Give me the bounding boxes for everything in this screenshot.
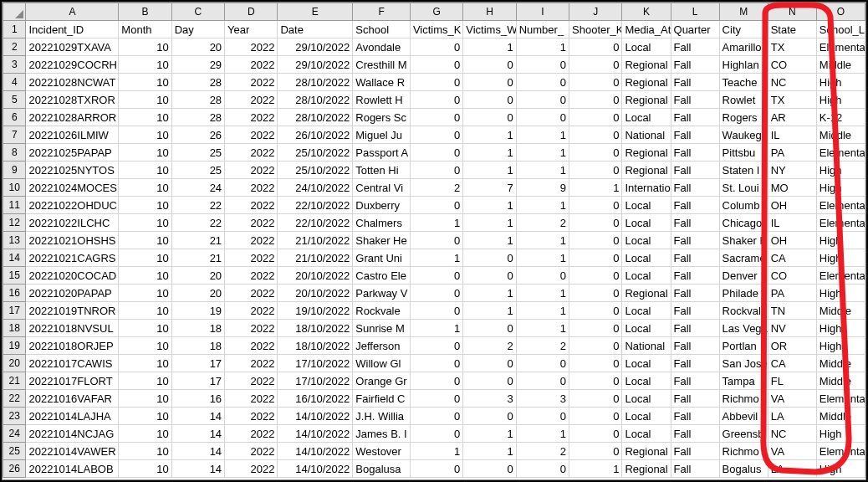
cell-D16[interactable]: 2022 <box>225 285 278 302</box>
cell-D18[interactable]: 2022 <box>225 320 278 337</box>
cell-E7[interactable]: 26/10/2022 <box>278 126 353 144</box>
cell-C20[interactable]: 17 <box>171 355 224 372</box>
cell-K2[interactable]: Local <box>622 38 671 56</box>
cell-O15[interactable]: Elementa <box>816 267 865 285</box>
cell-I12[interactable]: 2 <box>516 214 569 232</box>
cell-K19[interactable]: National <box>622 337 671 355</box>
cell-H11[interactable]: 1 <box>463 197 516 214</box>
cell-O7[interactable]: Middle <box>816 126 865 144</box>
cell-G20[interactable]: 0 <box>410 355 462 372</box>
cell-O2[interactable]: Elementa <box>816 38 865 56</box>
cell-B3[interactable]: 10 <box>119 56 171 74</box>
column-header-F[interactable]: F <box>353 3 411 21</box>
cell-C26[interactable]: 14 <box>171 460 224 478</box>
cell-D4[interactable]: 2022 <box>225 74 278 91</box>
cell-E8[interactable]: 25/10/2022 <box>278 144 353 162</box>
cell-A6[interactable]: 20221028ARROR <box>26 109 119 126</box>
cell-J22[interactable]: 0 <box>569 390 622 408</box>
cell-K16[interactable]: Regional <box>622 285 671 302</box>
column-header-K[interactable]: K <box>622 3 671 21</box>
cell-O4[interactable]: High <box>816 74 865 91</box>
cell-H26[interactable]: 0 <box>463 460 516 478</box>
cell-I9[interactable]: 1 <box>516 162 569 179</box>
cell-F17[interactable]: Rockvale <box>353 302 411 320</box>
cell-B15[interactable]: 10 <box>119 267 171 285</box>
cell-E9[interactable]: 25/10/2022 <box>278 162 353 179</box>
cell-G1[interactable]: Victims_K <box>410 21 462 38</box>
cell-C14[interactable]: 21 <box>171 249 224 267</box>
cell-L24[interactable]: Fall <box>671 425 719 443</box>
cell-N3[interactable]: CO <box>768 56 816 74</box>
cell-N20[interactable]: CA <box>768 355 816 372</box>
cell-C1[interactable]: Day <box>171 21 224 38</box>
cell-J4[interactable]: 0 <box>569 74 622 91</box>
cell-D17[interactable]: 2022 <box>225 302 278 320</box>
cell-C6[interactable]: 28 <box>171 109 224 126</box>
cell-D9[interactable]: 2022 <box>225 162 278 179</box>
cell-L4[interactable]: Fall <box>671 74 719 91</box>
cell-J8[interactable]: 0 <box>569 144 622 162</box>
cell-L20[interactable]: Fall <box>671 355 719 372</box>
cell-G13[interactable]: 0 <box>410 232 462 249</box>
cell-D7[interactable]: 2022 <box>225 126 278 144</box>
cell-J24[interactable]: 0 <box>569 425 622 443</box>
cell-M23[interactable]: Abbevil <box>719 408 768 425</box>
cell-L14[interactable]: Fall <box>671 249 719 267</box>
cell-I5[interactable]: 0 <box>516 91 569 109</box>
cell-F26[interactable]: Bogalusa <box>353 460 411 478</box>
cell-B24[interactable]: 10 <box>119 425 171 443</box>
cell-M24[interactable]: Greensb <box>719 425 768 443</box>
cell-G17[interactable]: 0 <box>410 302 462 320</box>
cell-I15[interactable]: 0 <box>516 267 569 285</box>
cell-N6[interactable]: AR <box>768 109 816 126</box>
cell-M14[interactable]: Sacrame <box>719 249 768 267</box>
cell-L1[interactable]: Quarter <box>671 21 719 38</box>
cell-O3[interactable]: Middle <box>816 56 865 74</box>
cell-K9[interactable]: Regional <box>622 162 671 179</box>
cell-D6[interactable]: 2022 <box>225 109 278 126</box>
cell-A7[interactable]: 20221026ILMIW <box>26 126 119 144</box>
cell-H21[interactable]: 0 <box>463 372 516 390</box>
cell-A20[interactable]: 20221017CAWIS <box>26 355 119 372</box>
cell-B19[interactable]: 10 <box>119 337 171 355</box>
cell-K5[interactable]: Regional <box>622 91 671 109</box>
cell-J12[interactable]: 0 <box>569 214 622 232</box>
cell-G18[interactable]: 1 <box>410 320 462 337</box>
cell-C13[interactable]: 21 <box>171 232 224 249</box>
cell-B25[interactable]: 10 <box>119 443 171 460</box>
cell-H12[interactable]: 1 <box>463 214 516 232</box>
cell-G4[interactable]: 0 <box>410 74 462 91</box>
cell-D12[interactable]: 2022 <box>225 214 278 232</box>
cell-L11[interactable]: Fall <box>671 197 719 214</box>
cell-I1[interactable]: Number_ <box>516 21 569 38</box>
row-header-7[interactable]: 7 <box>3 126 26 144</box>
select-all-corner[interactable] <box>3 3 26 21</box>
column-header-O[interactable]: O <box>816 3 865 21</box>
cell-K11[interactable]: Local <box>622 197 671 214</box>
cell-I6[interactable]: 0 <box>516 109 569 126</box>
cell-O25[interactable]: Elementa <box>816 443 865 460</box>
row-header-9[interactable]: 9 <box>3 162 26 179</box>
cell-F11[interactable]: Duxberry <box>353 197 411 214</box>
cell-K25[interactable]: Regional <box>622 443 671 460</box>
cell-A22[interactable]: 20221016VAFAR <box>26 390 119 408</box>
cell-I23[interactable]: 0 <box>516 408 569 425</box>
cell-C8[interactable]: 25 <box>171 144 224 162</box>
cell-N12[interactable]: IL <box>768 214 816 232</box>
cell-I26[interactable]: 0 <box>516 460 569 478</box>
cell-E4[interactable]: 28/10/2022 <box>278 74 353 91</box>
cell-N25[interactable]: VA <box>768 443 816 460</box>
cell-E3[interactable]: 29/10/2022 <box>278 56 353 74</box>
row-header-24[interactable]: 24 <box>3 425 26 443</box>
cell-H2[interactable]: 1 <box>463 38 516 56</box>
cell-J10[interactable]: 1 <box>569 179 622 197</box>
cell-D21[interactable]: 2022 <box>225 372 278 390</box>
cell-B16[interactable]: 10 <box>119 285 171 302</box>
cell-N5[interactable]: TX <box>768 91 816 109</box>
cell-M7[interactable]: Waukeg <box>719 126 768 144</box>
cell-N2[interactable]: TX <box>768 38 816 56</box>
cell-H23[interactable]: 0 <box>463 408 516 425</box>
cell-G6[interactable]: 0 <box>410 109 462 126</box>
cell-O23[interactable]: Middle <box>816 408 865 425</box>
cell-O14[interactable]: High <box>816 249 865 267</box>
